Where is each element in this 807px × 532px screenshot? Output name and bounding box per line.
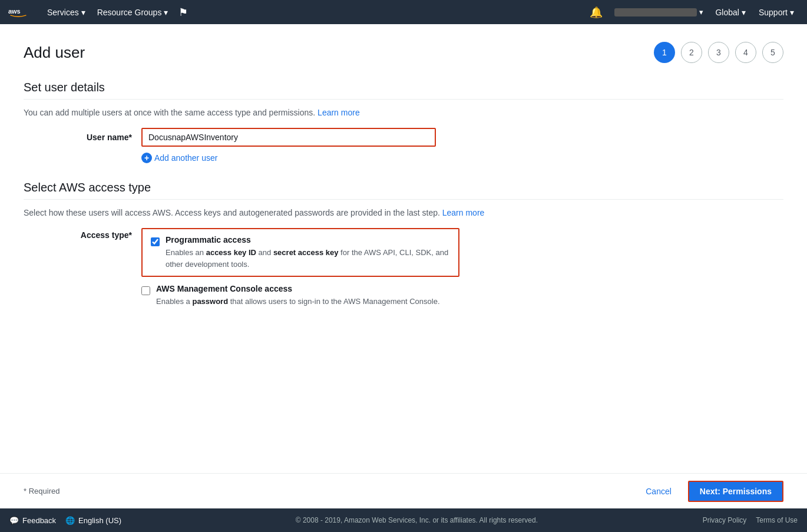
- services-nav-item[interactable]: Services ▾: [41, 0, 91, 24]
- cancel-button[interactable]: Cancel: [639, 482, 679, 501]
- add-another-user-button[interactable]: + Add another user: [141, 153, 217, 163]
- global-chevron-icon: ▾: [742, 8, 746, 17]
- console-access-title: AWS Management Console access: [156, 284, 440, 293]
- step-4[interactable]: 4: [735, 42, 756, 63]
- access-type-section: Select AWS access type Select how these …: [24, 181, 783, 308]
- copyright-text: © 2008 - 2019, Amazon Web Services, Inc.…: [131, 516, 703, 524]
- step-3[interactable]: 3: [708, 42, 729, 63]
- global-nav-item[interactable]: Global ▾: [709, 0, 751, 24]
- page-header: Add user 1 2 3 4 5: [24, 42, 783, 63]
- account-name-blurred: [614, 8, 697, 16]
- user-details-desc: You can add multiple users at once with …: [24, 108, 783, 117]
- console-access-desc: Enables a password that allows users to …: [156, 296, 440, 308]
- user-details-desc-text: You can add multiple users at once with …: [24, 108, 315, 117]
- feedback-chat-icon: 💬: [9, 516, 19, 525]
- resource-groups-label: Resource Groups: [97, 8, 162, 17]
- services-label: Services: [47, 8, 79, 17]
- step-3-label: 3: [716, 48, 721, 57]
- plus-icon: +: [141, 153, 152, 163]
- programmatic-access-title: Programmatic access: [166, 235, 450, 244]
- step-2[interactable]: 2: [681, 42, 702, 63]
- terms-of-use-link[interactable]: Terms of Use: [756, 516, 798, 524]
- resource-groups-chevron-icon: ▾: [164, 8, 168, 17]
- pin-icon[interactable]: ⚑: [174, 6, 193, 19]
- language-label: English (US): [78, 516, 121, 525]
- username-label: User name*: [24, 128, 141, 142]
- support-nav-item[interactable]: Support ▾: [753, 0, 800, 24]
- console-access-option: AWS Management Console access Enables a …: [141, 284, 783, 308]
- page-title: Add user: [24, 44, 85, 62]
- main-content: Add user 1 2 3 4 5 Set user details You …: [0, 24, 807, 473]
- support-label: Support: [759, 8, 788, 17]
- services-chevron-icon: ▾: [81, 8, 85, 17]
- access-type-section-title: Select AWS access type: [24, 181, 783, 194]
- support-chevron-icon: ▾: [790, 8, 794, 17]
- bottom-links: Privacy Policy Terms of Use: [703, 516, 798, 524]
- account-menu[interactable]: ▾: [610, 8, 708, 16]
- language-button[interactable]: 🌐 English (US): [56, 516, 131, 525]
- access-type-label: Access type*: [24, 228, 141, 240]
- programmatic-access-details: Programmatic access Enables an access ke…: [166, 235, 450, 270]
- privacy-policy-link[interactable]: Privacy Policy: [703, 516, 747, 524]
- feedback-button[interactable]: 💬 Feedback: [9, 516, 56, 525]
- bottom-bar: 💬 Feedback 🌐 English (US) © 2008 - 2019,…: [0, 508, 807, 532]
- username-input[interactable]: [141, 128, 436, 147]
- top-navigation: aws Services ▾ Resource Groups ▾ ⚑ 🔔 ▾ G…: [0, 0, 807, 24]
- account-chevron-icon: ▾: [699, 8, 703, 16]
- user-details-learn-more-link[interactable]: Learn more: [317, 108, 360, 117]
- access-type-desc-text: Select how these users will access AWS. …: [24, 208, 440, 217]
- user-details-section-title: Set user details: [24, 81, 783, 94]
- access-type-options: Programmatic access Enables an access ke…: [141, 228, 783, 308]
- global-label: Global: [715, 8, 739, 17]
- notifications-bell-icon[interactable]: 🔔: [584, 6, 608, 19]
- step-2-label: 2: [689, 48, 694, 57]
- footer-actions: Cancel Next: Permissions: [639, 481, 783, 502]
- next-permissions-button[interactable]: Next: Permissions: [688, 481, 783, 502]
- step-5-label: 5: [770, 48, 775, 57]
- add-user-row: + Add another user: [141, 153, 783, 163]
- globe-icon: 🌐: [65, 516, 75, 525]
- aws-logo[interactable]: aws: [7, 6, 29, 19]
- username-field-wrapper: [141, 128, 436, 147]
- required-note: * Required: [24, 487, 59, 495]
- add-another-user-label: Add another user: [154, 153, 217, 163]
- feedback-label: Feedback: [22, 516, 56, 525]
- console-access-details: AWS Management Console access Enables a …: [156, 284, 440, 308]
- footer-bar: * Required Cancel Next: Permissions: [0, 473, 807, 508]
- svg-text:aws: aws: [8, 8, 21, 15]
- programmatic-access-option: Programmatic access Enables an access ke…: [141, 228, 459, 277]
- username-form-row: User name*: [24, 128, 783, 147]
- access-type-options-row: Access type* Programmatic access Enables…: [24, 228, 783, 308]
- programmatic-access-checkbox[interactable]: [151, 237, 160, 246]
- user-details-section: Set user details You can add multiple us…: [24, 81, 783, 163]
- console-access-checkbox[interactable]: [141, 286, 150, 295]
- access-type-divider: [24, 199, 783, 200]
- step-1-label: 1: [662, 48, 667, 57]
- step-5[interactable]: 5: [762, 42, 783, 63]
- step-4-label: 4: [743, 48, 748, 57]
- access-type-desc: Select how these users will access AWS. …: [24, 208, 783, 217]
- user-details-divider: [24, 99, 783, 100]
- step-1[interactable]: 1: [654, 42, 675, 63]
- steps-container: 1 2 3 4 5: [654, 42, 783, 63]
- access-type-learn-more-link[interactable]: Learn more: [442, 208, 485, 217]
- programmatic-access-desc: Enables an access key ID and secret acce…: [166, 247, 450, 270]
- resource-groups-nav-item[interactable]: Resource Groups ▾: [91, 0, 174, 24]
